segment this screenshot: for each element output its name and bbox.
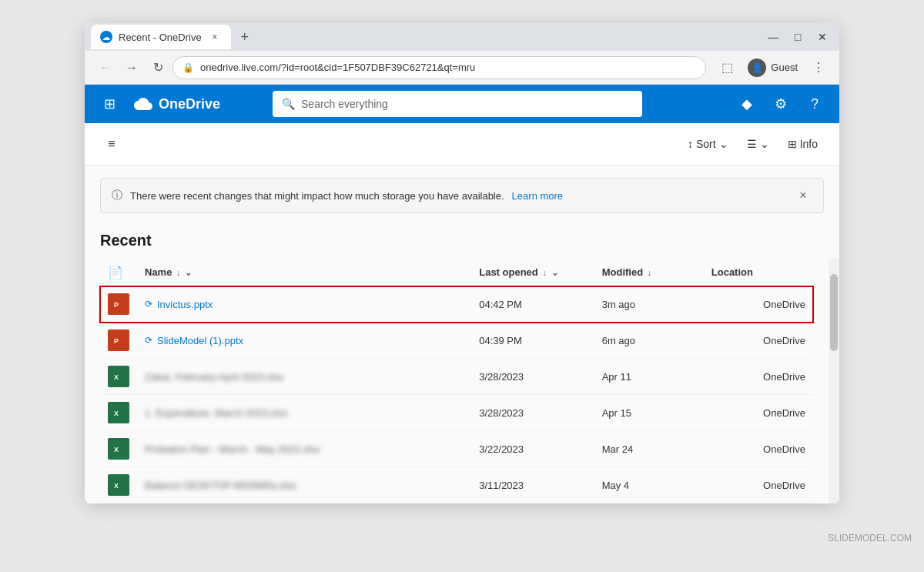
refresh-button[interactable]: ↻ <box>146 56 169 79</box>
help-icon[interactable]: ? <box>802 92 827 116</box>
close-button[interactable]: ✕ <box>812 26 833 48</box>
grid-icon: ⊞ <box>788 138 797 150</box>
file-last-opened: 3/28/2023 <box>471 395 594 431</box>
address-text: onedrive.live.com/?id=root&cid=1F507DBF3… <box>200 62 696 73</box>
file-icon-cell: X <box>100 359 137 395</box>
sort-button[interactable]: ↕ Sort ⌄ <box>681 135 735 153</box>
avatar: 👤 <box>748 59 766 77</box>
svg-text:X: X <box>114 446 119 453</box>
file-type-icon: P <box>108 293 129 315</box>
search-bar[interactable]: 🔍 Search everything <box>273 91 642 117</box>
file-icon-cell: P <box>100 323 137 359</box>
file-modified: Apr 11 <box>594 359 704 395</box>
view-dropdown-icon: ⌄ <box>760 138 769 150</box>
svg-text:P: P <box>114 337 119 345</box>
table-row[interactable]: XProbation Plan - March - May 2023.xlsx3… <box>100 431 813 467</box>
file-name[interactable]: Balance DESKTOP-B6096Ra.xlsx <box>145 480 296 491</box>
last-opened-sort-icon: ↓ <box>542 268 547 277</box>
file-table: 📄 Name ↓ ⌄ Last opened ↓ ⌄ <box>100 259 813 503</box>
col-header-modified[interactable]: Modified ↓ <box>594 259 704 286</box>
sync-icon: ⟳ <box>145 335 152 346</box>
toolbar-right: ↕ Sort ⌄ ☰ ⌄ ⊞ Info <box>681 135 824 153</box>
file-location: OneDrive <box>704 359 813 395</box>
new-tab-button[interactable]: + <box>234 26 256 48</box>
file-name[interactable]: Probation Plan - March - May 2023.xlsx <box>145 443 320 455</box>
file-icon-cell: X <box>100 395 137 431</box>
learn-more-link[interactable]: Learn more <box>512 190 563 202</box>
file-last-opened: 3/22/2023 <box>471 431 594 467</box>
maximize-button[interactable]: □ <box>787 26 808 48</box>
watermark: SLIDEMODEL.COM <box>0 527 924 550</box>
file-name-cell[interactable]: Probation Plan - March - May 2023.xlsx <box>137 431 471 467</box>
scrollbar[interactable] <box>829 259 839 503</box>
settings-icon[interactable]: ⚙ <box>768 92 793 116</box>
forward-button[interactable]: → <box>120 56 143 79</box>
onedrive-header: ⊞ OneDrive 🔍 Search everything ◆ ⚙ ? <box>85 85 839 123</box>
sort-dropdown-icon: ⌄ <box>719 138 728 150</box>
file-name-cell[interactable]: ⟳Invictus.pptx <box>137 286 471 323</box>
file-type-icon: X <box>108 366 129 387</box>
file-table-container: 📄 Name ↓ ⌄ Last opened ↓ ⌄ <box>85 259 839 503</box>
content-area: ≡ ↕ Sort ⌄ ☰ ⌄ ⊞ Info ⓘ There were <box>85 123 839 503</box>
file-location: OneDrive <box>704 323 813 359</box>
nav-bar-right: ⬚ 👤 Guest ⋮ <box>715 55 830 80</box>
file-name-cell[interactable]: Balance DESKTOP-B6096Ra.xlsx <box>137 467 471 503</box>
info-button[interactable]: ⊞ Info <box>782 135 824 153</box>
col-header-name[interactable]: Name ↓ ⌄ <box>137 259 471 286</box>
file-last-opened: 3/28/2023 <box>471 359 594 395</box>
last-opened-dropdown-icon: ⌄ <box>551 268 558 277</box>
file-location: OneDrive <box>704 395 813 431</box>
scrollbar-thumb[interactable] <box>830 274 838 351</box>
more-button[interactable]: ⋮ <box>807 56 830 79</box>
minimize-button[interactable]: — <box>762 26 784 48</box>
title-bar: ☁ Recent - OneDrive × + — □ ✕ <box>85 23 839 51</box>
file-name[interactable]: Zakat, February-April 2023.xlsx <box>145 371 284 383</box>
table-row[interactable]: X1. Expenditure, March 2023.xlsx3/28/202… <box>100 395 813 431</box>
file-last-opened: 3/11/2023 <box>471 467 594 503</box>
name-dropdown-icon: ⌄ <box>185 268 192 277</box>
lock-icon: 🔒 <box>182 62 194 73</box>
table-row[interactable]: XZakat, February-April 2023.xlsx3/28/202… <box>100 359 813 395</box>
section-title: Recent <box>85 226 839 259</box>
file-name[interactable]: SlideModel (1).pptx <box>157 335 243 346</box>
profile-label: Guest <box>771 62 798 73</box>
view-button[interactable]: ☰ ⌄ <box>741 135 775 153</box>
tab-title: Recent - OneDrive <box>119 32 202 43</box>
address-bar[interactable]: 🔒 onedrive.live.com/?id=root&cid=1F507DB… <box>172 56 706 79</box>
notification-info-icon: ⓘ <box>112 189 122 202</box>
browser-tab[interactable]: ☁ Recent - OneDrive × <box>91 25 231 49</box>
onedrive-logo-text: OneDrive <box>159 96 220 112</box>
file-name[interactable]: 1. Expenditure, March 2023.xlsx <box>145 407 288 419</box>
col-header-last-opened[interactable]: Last opened ↓ ⌄ <box>471 259 594 286</box>
file-name-cell[interactable]: Zakat, February-April 2023.xlsx <box>137 359 471 395</box>
diamond-icon[interactable]: ◆ <box>735 92 759 116</box>
table-row[interactable]: XBalance DESKTOP-B6096Ra.xlsx3/11/2023Ma… <box>100 467 813 503</box>
file-name-cell[interactable]: ⟳SlideModel (1).pptx <box>137 323 471 359</box>
waffle-icon[interactable]: ⊞ <box>97 92 122 116</box>
content-toolbar: ≡ ↕ Sort ⌄ ☰ ⌄ ⊞ Info <box>85 123 839 166</box>
view-icon: ☰ <box>747 138 757 150</box>
file-type-icon: X <box>108 402 129 423</box>
file-icon-cell: X <box>100 467 137 503</box>
file-name-cell[interactable]: 1. Expenditure, March 2023.xlsx <box>137 395 471 431</box>
extensions-button[interactable]: ⬚ <box>715 56 738 79</box>
file-name[interactable]: Invictus.pptx <box>157 299 213 310</box>
sort-label: Sort <box>696 138 716 150</box>
menu-button[interactable]: ≡ <box>100 132 123 156</box>
table-row[interactable]: P⟳Invictus.pptx04:42 PM3m agoOneDrive <box>100 286 813 323</box>
tab-favicon: ☁ <box>100 31 112 43</box>
file-icon-cell: P <box>100 286 137 323</box>
notification-close-button[interactable]: × <box>794 186 812 205</box>
back-button[interactable]: ← <box>94 56 117 79</box>
svg-text:P: P <box>114 301 119 309</box>
file-location: OneDrive <box>704 467 813 503</box>
tab-close-button[interactable]: × <box>208 30 222 44</box>
browser-window: ☁ Recent - OneDrive × + — □ ✕ ← → ↻ 🔒 on… <box>85 23 839 503</box>
profile-button[interactable]: 👤 Guest <box>742 55 804 80</box>
table-row[interactable]: P⟳SlideModel (1).pptx04:39 PM6m agoOneDr… <box>100 323 813 359</box>
file-last-opened: 04:39 PM <box>471 323 594 359</box>
nav-bar: ← → ↻ 🔒 onedrive.live.com/?id=root&cid=1… <box>85 51 839 85</box>
search-placeholder: Search everything <box>301 98 388 110</box>
col-header-icon: 📄 <box>100 259 137 286</box>
file-location: OneDrive <box>704 286 813 323</box>
